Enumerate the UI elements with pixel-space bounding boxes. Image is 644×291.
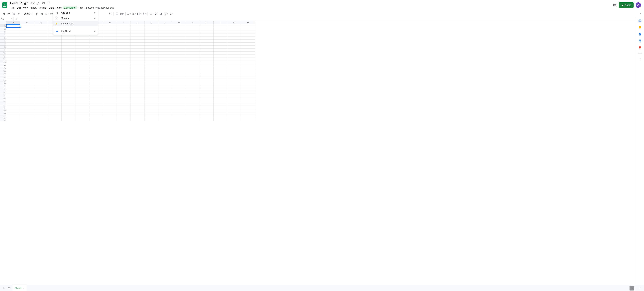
cell[interactable] (89, 76, 103, 79)
cell[interactable] (144, 118, 158, 121)
insert-comment-button[interactable] (154, 11, 158, 16)
row-header[interactable]: 25 (0, 97, 6, 100)
calendar-icon[interactable]: 31 (638, 19, 642, 22)
collapse-toolbar-button[interactable] (638, 11, 643, 16)
cell[interactable] (103, 112, 117, 115)
cell[interactable] (76, 88, 89, 91)
cell[interactable] (214, 91, 227, 94)
col-header[interactable]: I (117, 21, 131, 24)
row-header[interactable]: 29 (0, 109, 6, 112)
col-header[interactable]: R (241, 21, 255, 24)
cell[interactable] (158, 24, 172, 27)
cell[interactable] (241, 30, 255, 33)
cell[interactable] (214, 24, 227, 27)
cell[interactable] (172, 91, 186, 94)
cell[interactable] (158, 118, 172, 121)
col-header[interactable]: O (200, 21, 214, 24)
cell[interactable] (172, 76, 186, 79)
cell[interactable] (117, 27, 131, 30)
cell[interactable] (241, 64, 255, 67)
cell[interactable] (158, 55, 172, 58)
cell[interactable] (20, 58, 34, 61)
row-header[interactable]: 22 (0, 88, 6, 91)
cell[interactable] (131, 97, 144, 100)
cell[interactable] (34, 52, 48, 55)
cell[interactable] (89, 79, 103, 82)
cell[interactable] (186, 97, 200, 100)
cell[interactable] (20, 42, 34, 45)
cell[interactable] (158, 70, 172, 73)
cell[interactable] (6, 94, 20, 97)
cell[interactable] (172, 39, 186, 42)
cell[interactable] (241, 67, 255, 70)
name-box[interactable]: A1 ▼ (0, 17, 14, 21)
cell[interactable] (34, 76, 48, 79)
cell[interactable] (241, 73, 255, 76)
cell[interactable] (241, 49, 255, 52)
cell[interactable] (200, 52, 214, 55)
cell[interactable] (89, 88, 103, 91)
cell[interactable] (131, 70, 144, 73)
cell[interactable] (117, 67, 131, 70)
row-header[interactable]: 30 (0, 112, 6, 115)
cell[interactable] (34, 112, 48, 115)
cell[interactable] (48, 61, 62, 64)
cell[interactable] (103, 73, 117, 76)
cell[interactable] (172, 115, 186, 118)
row-header[interactable]: 31 (0, 115, 6, 118)
cell[interactable] (241, 85, 255, 88)
contacts-icon[interactable] (638, 39, 642, 42)
cell[interactable] (200, 112, 214, 115)
cell[interactable] (144, 49, 158, 52)
cell[interactable] (131, 55, 144, 58)
cell[interactable] (158, 103, 172, 106)
row-header[interactable]: 12 (0, 58, 6, 61)
cell[interactable] (214, 94, 227, 97)
cell[interactable] (76, 118, 89, 121)
cell[interactable] (241, 109, 255, 112)
cell[interactable] (200, 94, 214, 97)
cell[interactable] (48, 82, 62, 85)
cell[interactable] (186, 109, 200, 112)
paint-format-button[interactable] (16, 11, 21, 16)
cell[interactable] (6, 97, 20, 100)
cell[interactable] (89, 94, 103, 97)
cell[interactable] (6, 76, 20, 79)
cell[interactable] (6, 55, 20, 58)
cell[interactable] (34, 27, 48, 30)
cell[interactable] (48, 70, 62, 73)
cell[interactable] (34, 45, 48, 49)
cell[interactable] (20, 79, 34, 82)
cell[interactable] (6, 85, 20, 88)
cell[interactable] (172, 49, 186, 52)
row-header[interactable]: 19 (0, 79, 6, 82)
move-icon[interactable] (42, 2, 45, 5)
cell[interactable] (214, 52, 227, 55)
cell[interactable] (172, 97, 186, 100)
cell[interactable] (200, 61, 214, 64)
cell[interactable] (131, 100, 144, 103)
cell[interactable] (200, 45, 214, 49)
cell[interactable] (117, 112, 131, 115)
cell[interactable] (62, 91, 76, 94)
cell[interactable] (200, 67, 214, 70)
cell[interactable] (241, 91, 255, 94)
cell[interactable] (48, 52, 62, 55)
cell[interactable] (214, 67, 227, 70)
sheets-logo[interactable] (1, 2, 8, 8)
cell[interactable] (20, 30, 34, 33)
cell[interactable] (200, 49, 214, 52)
cell[interactable] (144, 45, 158, 49)
cell[interactable] (103, 45, 117, 49)
cell[interactable] (214, 82, 227, 85)
cell[interactable] (241, 79, 255, 82)
cell[interactable] (48, 76, 62, 79)
cell[interactable] (144, 42, 158, 45)
cell[interactable] (62, 58, 76, 61)
row-header[interactable]: 26 (0, 100, 6, 103)
cell[interactable] (227, 82, 241, 85)
cell[interactable] (241, 100, 255, 103)
cell[interactable] (6, 42, 20, 45)
cell[interactable] (200, 70, 214, 73)
cell[interactable] (214, 42, 227, 45)
